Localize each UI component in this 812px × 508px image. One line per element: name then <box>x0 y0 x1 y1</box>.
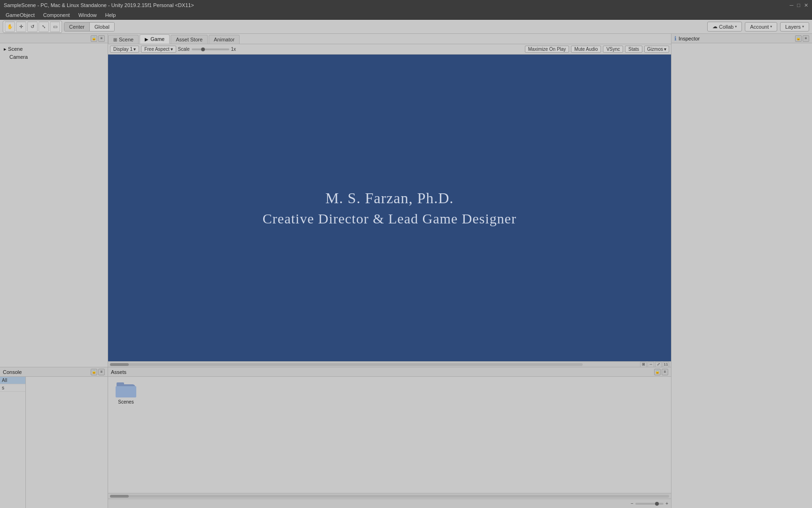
assets-header: Assets 🔒 ≡ <box>108 367 671 377</box>
inspector-lock-btn[interactable]: 🔒 <box>795 35 802 42</box>
scenes-label: Scenes <box>118 399 133 405</box>
scene-label: ▸ <box>4 46 8 52</box>
hierarchy-controls: 🔒 ≡ <box>91 35 105 42</box>
scale-slider[interactable] <box>192 48 229 50</box>
console-left: All s <box>0 377 26 508</box>
vsync-btn[interactable]: VSync <box>603 46 623 53</box>
menu-window[interactable]: Window <box>75 11 101 19</box>
global-toggle-btn[interactable]: Global <box>90 23 114 31</box>
scale-label: Scale <box>178 47 190 52</box>
assets-scroll-track[interactable] <box>110 495 669 498</box>
inspector-header: ℹ Inspector 🔒 ≡ <box>671 34 812 43</box>
center-scroll-track[interactable] <box>110 363 583 366</box>
scale-thumb <box>201 48 205 51</box>
gizmos-btn[interactable]: Gizmos ▾ <box>644 46 669 53</box>
viewport-icon-btn-2[interactable]: ↔ <box>648 362 654 367</box>
inspector-icon: ℹ <box>674 35 677 42</box>
center-global-toggle: Center Global <box>64 22 115 32</box>
title-bar: SampleScene - PC, Mac & Linux Standalone… <box>0 0 812 10</box>
viewport-icon-btn-3[interactable]: ⤢ <box>655 362 662 367</box>
toolbar: ✋ ✛ ↺ ⤡ ▭ Center Global ▶ ⏸ ⏭ ☁ Collab ▾… <box>0 20 812 34</box>
console-panel: Console 🔒 ≡ All s <box>0 367 108 508</box>
asset-item-scenes[interactable]: Scenes <box>112 381 140 405</box>
mute-audio-btn[interactable]: Mute Audio <box>571 46 601 53</box>
console-menu-btn[interactable]: ≡ <box>98 369 105 375</box>
console-item-all[interactable]: All <box>0 377 25 384</box>
scale-tool-btn[interactable]: ⤡ <box>39 22 49 32</box>
rect-tool-btn[interactable]: ▭ <box>50 22 60 32</box>
assets-footer: − + <box>108 499 671 508</box>
display-arrow: ▾ <box>133 47 136 52</box>
gizmos-arrow: ▾ <box>664 47 666 52</box>
close-btn[interactable]: ✕ <box>804 2 808 8</box>
asset-store-tab-label: Asset Store <box>176 37 203 42</box>
menu-gameobject[interactable]: GameObject <box>2 11 39 19</box>
assets-scroll-thumb[interactable] <box>110 495 129 498</box>
assets-lock-btn[interactable]: 🔒 <box>654 369 661 375</box>
tab-asset-store[interactable]: Asset Store <box>171 35 208 44</box>
collab-label: Collab <box>719 24 734 30</box>
layers-btn[interactable]: Layers ▾ <box>780 22 809 32</box>
console-lock-btn[interactable]: 🔒 <box>91 369 97 375</box>
left-panel: 🔒 ≡ ▸ Scene Camera Console 🔒 ≡ <box>0 34 108 508</box>
scene-tab-icon: ⊞ <box>113 37 117 42</box>
aspect-btn[interactable]: Free Aspect ▾ <box>141 46 176 53</box>
hierarchy-item-camera[interactable]: Camera <box>2 53 106 61</box>
transform-tools: ✋ ✛ ↺ ⤡ ▭ <box>3 21 62 33</box>
assets-size-thumb <box>655 502 659 506</box>
console-item-s[interactable]: s <box>0 384 25 392</box>
title-text: SampleScene - PC, Mac & Linux Standalone… <box>4 2 194 8</box>
hand-tool-btn[interactable]: ✋ <box>5 22 15 32</box>
viewport-controls: ⊞ ↔ ⤢ 11 <box>640 362 669 367</box>
display-label: Display 1 <box>113 47 133 52</box>
scenes-folder-icon <box>116 381 136 397</box>
game-title-line2: Creative Director & Lead Game Designer <box>263 211 516 227</box>
menu-bar: GameObject Component Window Help <box>0 10 812 20</box>
inspector-title: Inspector <box>679 36 700 41</box>
center-toggle-btn[interactable]: Center <box>64 23 90 31</box>
tab-game[interactable]: ▶ Game <box>140 34 170 44</box>
assets-size-plus: + <box>665 501 668 506</box>
center-scrollbar: ⊞ ↔ ⤢ 11 <box>108 361 671 367</box>
inspector-content <box>671 43 812 508</box>
tab-scene[interactable]: ⊞ Scene <box>108 35 139 44</box>
account-btn[interactable]: Account ▾ <box>745 22 777 32</box>
scale-group: Scale 1x <box>178 47 236 52</box>
display-btn[interactable]: Display 1 ▾ <box>110 46 139 53</box>
maximize-on-play-btn[interactable]: Maximize On Play <box>525 46 570 53</box>
assets-size-slider[interactable] <box>635 503 664 505</box>
inspector-menu-btn[interactable]: ≡ <box>803 35 809 42</box>
minimize-btn[interactable]: ─ <box>790 2 794 8</box>
assets-menu-btn[interactable]: ≡ <box>662 369 668 375</box>
game-toolbar-right: Maximize On Play Mute Audio VSync Stats … <box>525 46 669 53</box>
hierarchy-item-scene[interactable]: ▸ Scene <box>2 45 106 53</box>
game-tab-icon: ▶ <box>145 37 148 42</box>
assets-content: Scenes <box>108 377 671 493</box>
assets-controls: 🔒 ≡ <box>654 369 668 375</box>
center-scroll-thumb[interactable] <box>110 363 129 366</box>
hierarchy-lock-btn[interactable]: 🔒 <box>91 35 97 42</box>
move-tool-btn[interactable]: ✛ <box>16 22 26 32</box>
viewport-icon-btn-1[interactable]: ⊞ <box>640 362 647 367</box>
account-label: Account <box>750 24 769 30</box>
layers-label: Layers <box>785 24 801 30</box>
console-controls: 🔒 ≡ <box>91 369 105 375</box>
hierarchy-header: 🔒 ≡ <box>0 34 108 43</box>
menu-help[interactable]: Help <box>102 11 120 19</box>
viewport-size-label: 11 <box>663 362 669 367</box>
hierarchy-menu-btn[interactable]: ≡ <box>98 35 105 42</box>
game-title-line1: M. S. Farzan, Ph.D. <box>325 190 453 207</box>
maximize-btn[interactable]: □ <box>797 2 800 8</box>
aspect-label: Free Aspect <box>144 47 169 52</box>
hierarchy-panel: 🔒 ≡ ▸ Scene Camera <box>0 34 108 367</box>
collab-btn[interactable]: ☁ Collab ▾ <box>707 22 742 32</box>
menu-component[interactable]: Component <box>39 11 74 19</box>
right-panel: ℹ Inspector 🔒 ≡ <box>671 34 812 508</box>
rotate-tool-btn[interactable]: ↺ <box>27 22 38 32</box>
animator-tab-label: Animator <box>214 37 234 42</box>
tab-animator[interactable]: Animator <box>209 35 240 44</box>
main-layout: 🔒 ≡ ▸ Scene Camera Console 🔒 ≡ <box>0 34 812 508</box>
console-main <box>26 377 108 508</box>
stats-btn[interactable]: Stats <box>625 46 642 53</box>
console-title: Console <box>3 369 22 375</box>
